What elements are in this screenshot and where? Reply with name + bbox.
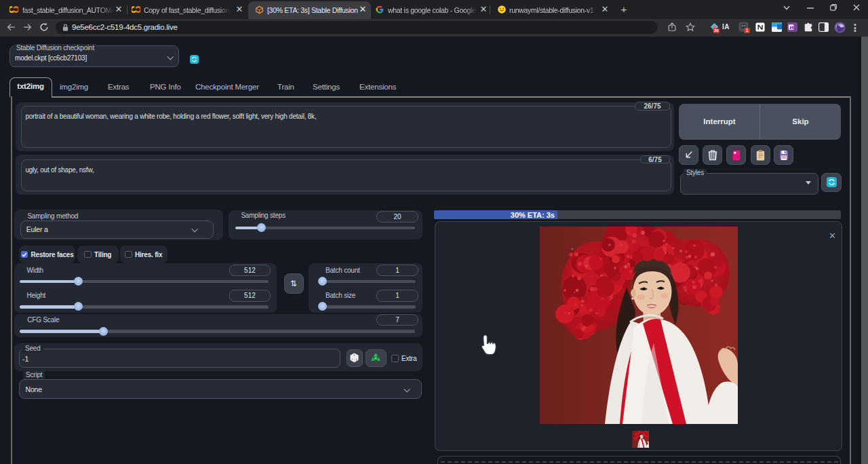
- svg-text:1: 1: [746, 28, 749, 33]
- svg-text:20: 20: [714, 28, 719, 33]
